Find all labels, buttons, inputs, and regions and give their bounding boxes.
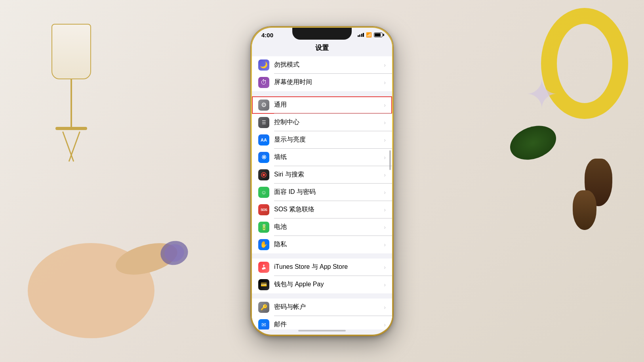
settings-group-3: iTunes Store 与 App Store › 💳 钱包与 Apple P… <box>252 255 392 295</box>
settings-row-sos[interactable]: SOS SOS 紧急联络 › <box>252 201 392 218</box>
lamp-pole <box>70 79 72 127</box>
settings-row-battery[interactable]: 🔋 电池 › <box>252 218 392 236</box>
lamp-base <box>55 127 87 130</box>
control-chevron: › <box>384 119 386 126</box>
lamp-decoration <box>32 24 111 182</box>
wallpaper-chevron: › <box>384 154 386 161</box>
status-time: 4:00 <box>261 32 273 38</box>
settings-row-siri[interactable]: Siri 与搜索 › <box>252 166 392 184</box>
signal-bar-1 <box>358 35 359 37</box>
itunes-label: iTunes Store 与 App Store <box>274 263 384 271</box>
general-icon: ⚙ <box>258 100 269 111</box>
battery-row-icon: 🔋 <box>258 222 269 233</box>
siri-icon <box>258 169 269 180</box>
notch <box>292 28 352 40</box>
settings-row-mail[interactable]: ✉ 邮件 › <box>252 316 392 329</box>
dnd-icon: 🌙 <box>258 59 269 71</box>
itunes-chevron: › <box>384 264 386 270</box>
pine-cone-2 <box>573 190 596 230</box>
passwords-icon: 🔑 <box>258 302 269 313</box>
sos-icon: SOS <box>258 204 269 215</box>
iphone-screen: 4:00 📶 设置 <box>252 28 392 335</box>
signal-bar-3 <box>361 34 362 37</box>
settings-row-screen-time[interactable]: ⏱ 屏幕使用时间 › <box>252 74 392 91</box>
svg-point-5 <box>263 174 265 176</box>
passwords-chevron: › <box>384 304 386 310</box>
settings-section-1: 🌙 勿扰模式 › ⏱ 屏幕使用时间 › <box>252 56 392 91</box>
lamp-leg-right <box>69 131 80 161</box>
itunes-icon <box>258 262 269 273</box>
star-decoration: ✦ <box>525 71 573 119</box>
pine-branch <box>505 120 561 166</box>
display-label: 显示与亮度 <box>274 136 384 144</box>
home-indicator <box>298 330 346 331</box>
passwords-label: 密码与帐户 <box>274 303 384 311</box>
wallpaper-icon: ❋ <box>258 152 269 163</box>
faceid-chevron: › <box>384 189 386 195</box>
sos-label: SOS 紧急联络 <box>274 205 384 214</box>
privacy-chevron: › <box>384 241 386 248</box>
settings-row-wallpaper[interactable]: ❋ 墙纸 › <box>252 149 392 166</box>
settings-group-4: 🔑 密码与帐户 › ✉ 邮件 › 📒 通讯录 <box>252 295 392 329</box>
siri-label: Siri 与搜索 <box>274 170 384 179</box>
svg-point-7 <box>264 267 266 269</box>
wallet-icon: 💳 <box>258 279 269 290</box>
lamp-legs <box>32 132 111 163</box>
pine-decoration <box>501 127 620 285</box>
screen-time-chevron: › <box>384 79 386 86</box>
scroll-indicator <box>389 150 391 170</box>
signal-bar-4 <box>363 33 364 37</box>
settings-row-passwords[interactable]: 🔑 密码与帐户 › <box>252 299 392 316</box>
siri-chevron: › <box>384 172 386 178</box>
mail-icon: ✉ <box>258 319 269 329</box>
mail-chevron: › <box>384 322 386 328</box>
settings-section-4: 🔑 密码与帐户 › ✉ 邮件 › 📒 通讯录 <box>252 299 392 329</box>
general-label: 通用 <box>274 101 384 109</box>
dnd-chevron: › <box>384 62 386 68</box>
battery-icon <box>374 33 383 37</box>
wallpaper-label: 墙纸 <box>274 153 384 161</box>
iphone-wrapper: 4:00 📶 设置 <box>251 27 393 336</box>
lamp-leg-left <box>62 131 74 161</box>
mail-label: 邮件 <box>274 320 384 329</box>
settings-screen: 设置 🌙 勿扰模式 › ⏱ 屏幕使用时间 <box>252 40 392 329</box>
wifi-icon: 📶 <box>366 32 372 38</box>
sos-chevron: › <box>384 207 386 213</box>
signal-icon <box>358 33 364 37</box>
battery-fill <box>375 33 381 36</box>
battery-chevron: › <box>384 224 386 230</box>
settings-list[interactable]: 🌙 勿扰模式 › ⏱ 屏幕使用时间 › <box>252 55 392 329</box>
settings-row-general[interactable]: ⚙ 通用 › <box>252 96 392 114</box>
settings-row-wallet[interactable]: 💳 钱包与 Apple Pay › <box>252 276 392 293</box>
dnd-label: 勿扰模式 <box>274 61 384 69</box>
settings-row-dnd[interactable]: 🌙 勿扰模式 › <box>252 56 392 74</box>
settings-row-itunes[interactable]: iTunes Store 与 App Store › <box>252 259 392 276</box>
faceid-label: 面容 ID 与密码 <box>274 188 384 196</box>
iphone-frame: 4:00 📶 设置 <box>251 27 393 336</box>
settings-row-privacy[interactable]: ✋ 隐私 › <box>252 236 392 253</box>
settings-section-3: iTunes Store 与 App Store › 💳 钱包与 Apple P… <box>252 259 392 293</box>
settings-row-faceid[interactable]: ☺ 面容 ID 与密码 › <box>252 184 392 201</box>
general-chevron: › <box>384 102 386 108</box>
wallet-label: 钱包与 Apple Pay <box>274 280 384 289</box>
settings-row-control[interactable]: ☰ 控制中心 › <box>252 114 392 131</box>
settings-section-2: ⚙ 通用 › ☰ 控制中心 › AA 显示与亮度 <box>252 96 392 253</box>
wallet-chevron: › <box>384 282 386 288</box>
signal-bar-2 <box>359 34 360 37</box>
battery-label: 电池 <box>274 223 384 231</box>
status-icons: 📶 <box>358 32 383 38</box>
screen-time-label: 屏幕使用时间 <box>274 78 384 86</box>
display-icon: AA <box>258 134 269 146</box>
control-icon: ☰ <box>258 117 269 128</box>
display-chevron: › <box>384 137 386 143</box>
settings-group-2: ⚙ 通用 › ☰ 控制中心 › AA 显示与亮度 <box>252 93 392 255</box>
screen-time-icon: ⏱ <box>258 77 269 88</box>
privacy-label: 隐私 <box>274 240 384 249</box>
settings-title: 设置 <box>252 40 392 55</box>
control-label: 控制中心 <box>274 118 384 126</box>
settings-group-1: 🌙 勿扰模式 › ⏱ 屏幕使用时间 › <box>252 55 392 93</box>
privacy-icon: ✋ <box>258 239 269 250</box>
lamp-shade <box>51 24 91 79</box>
faceid-icon: ☺ <box>258 187 269 198</box>
settings-row-display[interactable]: AA 显示与亮度 › <box>252 131 392 149</box>
